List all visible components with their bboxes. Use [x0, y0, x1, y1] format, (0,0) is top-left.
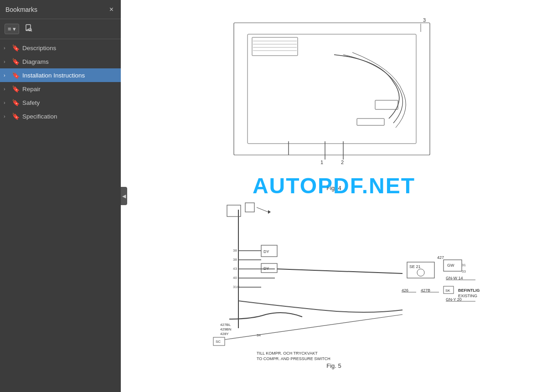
svg-text:DY: DY	[263, 249, 269, 254]
page-content: 2 1 3 Fig. 4 DY	[121, 0, 547, 383]
sidebar-item-installation-instructions[interactable]: › 🔖 Installation Instructions	[0, 68, 121, 82]
collapse-icon: ◀	[122, 193, 126, 199]
chevron-right-icon: ›	[4, 72, 9, 78]
svg-rect-11	[357, 119, 384, 125]
svg-text:427B: 427B	[421, 288, 430, 293]
svg-text:38: 38	[233, 248, 237, 253]
sidebar-item-label: Installation Instructions	[22, 72, 85, 79]
chevron-right-icon: ›	[4, 113, 9, 119]
svg-text:429BN: 429BN	[220, 327, 232, 331]
svg-text:31: 31	[462, 263, 466, 267]
svg-text:1: 1	[320, 160, 323, 165]
svg-line-32	[257, 207, 268, 212]
svg-text:43: 43	[233, 267, 237, 271]
close-button[interactable]: ×	[108, 5, 115, 15]
sidebar-item-diagrams[interactable]: › 🔖 Diagrams	[0, 55, 121, 68]
svg-text:31C: 31C	[233, 285, 240, 289]
sidebar-item-repair[interactable]: › 🔖 Repair	[0, 82, 121, 96]
sidebar-item-label: Diagrams	[22, 58, 49, 65]
svg-text:TILL KOMPR. OCH TRYCKVAKT: TILL KOMPR. OCH TRYCKVAKT	[257, 351, 318, 356]
svg-rect-5	[252, 37, 298, 56]
svg-line-29	[277, 269, 403, 273]
fig4-label: Fig. 4	[326, 185, 341, 191]
svg-marker-33	[268, 210, 271, 214]
chevron-right-icon: ›	[4, 86, 9, 92]
svg-text:33: 33	[462, 269, 466, 273]
svg-text:EXISTING: EXISTING	[458, 294, 477, 298]
svg-text:40: 40	[233, 276, 237, 280]
sidebar: Bookmarks × ≡ ▾ › 🔖 Descriptions › 🔖 Dia…	[0, 0, 121, 392]
svg-text:SC: SC	[216, 340, 221, 344]
figure-5-svg: DY DY SE 21	[184, 196, 485, 360]
svg-text:3: 3	[423, 17, 426, 23]
sidebar-item-label: Repair	[22, 86, 41, 93]
svg-text:427: 427	[437, 255, 444, 260]
sidebar-toolbar: ≡ ▾	[0, 19, 121, 39]
svg-text:2: 2	[341, 160, 344, 165]
bookmark-icon: 🔖	[12, 72, 20, 79]
svg-line-65	[225, 315, 403, 340]
sidebar-item-specification[interactable]: › 🔖 Specification	[0, 109, 121, 123]
svg-point-36	[417, 269, 424, 276]
bookmark-icon: 🔖	[12, 44, 20, 52]
bookmark-search-button[interactable]	[22, 22, 36, 36]
svg-text:SE 21: SE 21	[409, 264, 421, 269]
svg-rect-10	[375, 100, 398, 109]
svg-text:SK: SK	[445, 289, 450, 293]
svg-rect-3	[234, 23, 430, 155]
chevron-right-icon: ›	[4, 45, 9, 51]
svg-text:BEFINTLIG: BEFINTLIG	[458, 288, 480, 293]
svg-text:38: 38	[233, 258, 237, 262]
svg-text:426: 426	[402, 288, 408, 293]
sidebar-item-label: Specification	[22, 113, 57, 120]
collapse-handle[interactable]: ◀	[121, 187, 127, 205]
sidebar-items-list: › 🔖 Descriptions › 🔖 Diagrams › 🔖 Instal…	[0, 39, 121, 392]
figure-4-container: 2 1 3 Fig. 4	[134, 9, 533, 191]
fig5-label: Fig. 5	[326, 362, 341, 369]
chevron-right-icon: ›	[4, 59, 9, 64]
figure-4-svg: 2 1 3	[197, 9, 471, 182]
svg-rect-0	[26, 25, 31, 31]
main-content: AUTOPDF.NET	[121, 0, 547, 392]
sidebar-header: Bookmarks ×	[0, 0, 121, 19]
svg-rect-31	[245, 203, 254, 212]
bookmark-icon: 🔖	[12, 113, 20, 120]
chevron-right-icon: ›	[4, 100, 9, 105]
bookmark-icon: 🔖	[12, 99, 20, 106]
svg-line-2	[31, 31, 32, 31]
svg-text:DY: DY	[263, 266, 269, 271]
bookmark-search-icon	[24, 24, 33, 33]
svg-text:GN-W 14: GN-W 14	[446, 276, 463, 280]
svg-text:TO COMPR. AND PRESSURE SWITCH: TO COMPR. AND PRESSURE SWITCH	[257, 356, 330, 360]
figure-5-container: DY DY SE 21	[134, 196, 533, 369]
sidebar-title: Bookmarks	[5, 6, 37, 13]
bookmark-icon: 🔖	[12, 58, 20, 65]
sidebar-item-label: Safety	[22, 99, 40, 106]
svg-text:GW: GW	[447, 263, 454, 268]
svg-text:428Y: 428Y	[220, 332, 229, 336]
view-options-button[interactable]: ≡ ▾	[5, 24, 19, 34]
sidebar-item-safety[interactable]: › 🔖 Safety	[0, 96, 121, 109]
svg-text:427BL: 427BL	[220, 323, 231, 327]
sidebar-item-descriptions[interactable]: › 🔖 Descriptions	[0, 41, 121, 55]
bookmark-icon: 🔖	[12, 85, 20, 93]
sidebar-item-label: Descriptions	[22, 45, 56, 52]
